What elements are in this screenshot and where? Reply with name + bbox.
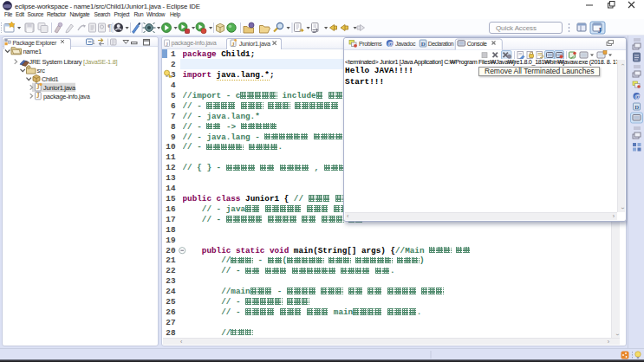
svg-text:J: J [231,41,235,47]
svg-text:D: D [634,104,639,110]
svg-text:Quick Access: Quick Access [496,24,537,32]
svg-text:@: @ [387,41,394,47]
svg-text:JRE System Library [JavaSE-1.8: JRE System Library [JavaSE-1.8] [29,58,118,66]
svg-text:J: J [36,84,40,91]
svg-text:J: J [36,93,40,100]
svg-text:package-info.java: package-info.java [43,93,91,100]
svg-text:J: J [166,41,169,47]
svg-text:D: D [421,41,426,47]
svg-text:name1: name1 [23,48,42,55]
svg-text:Declaration: Declaration [428,41,454,47]
svg-text:Problems: Problems [359,41,382,47]
svg-text:¶: ¶ [107,23,112,33]
svg-text:@: @ [634,94,641,100]
svg-text:J: J [598,26,602,35]
svg-text:Console: Console [467,41,487,47]
svg-text:Junior1.java: Junior1.java [43,84,76,92]
svg-text:src: src [37,67,46,74]
svg-text:Javadoc: Javadoc [395,41,416,47]
svg-text:Child1: Child1 [42,75,59,83]
